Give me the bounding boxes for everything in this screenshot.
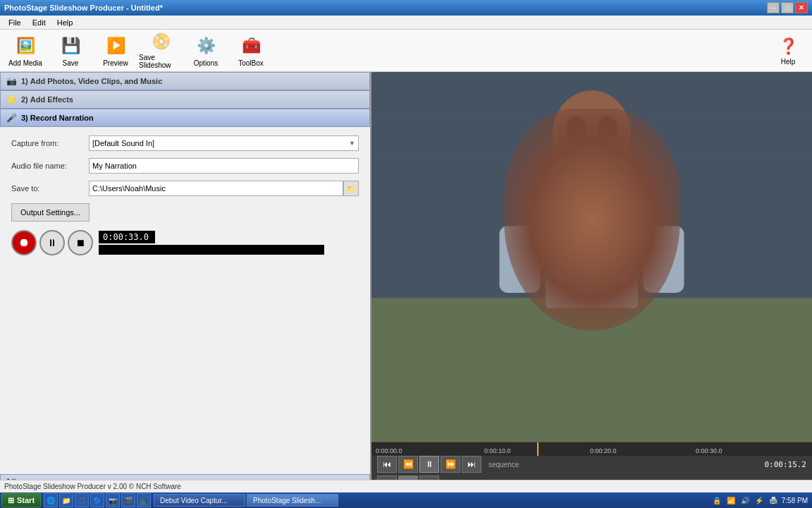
tray-icon-3: 🔊 xyxy=(739,495,751,506)
taskbar-ie-icon[interactable]: 🌐 xyxy=(44,493,58,507)
minimize-button[interactable]: ─ xyxy=(767,2,780,13)
menu-help[interactable]: Help xyxy=(51,17,79,28)
menubar: File Edit Help xyxy=(0,16,812,30)
svg-point-2 xyxy=(541,128,644,262)
sequence-label: sequence xyxy=(488,461,519,468)
timeline-marker-0: 0:00:00.0 xyxy=(376,447,402,454)
toolbox-icon: 🧰 xyxy=(240,35,262,57)
title-text: PhotoStage Slideshow Producer - Untitled… xyxy=(4,4,163,12)
step2-header[interactable]: ⭐ 2) Add Effects xyxy=(0,90,370,109)
preview-icon: ▶️ xyxy=(104,35,127,57)
save-slideshow-icon: 📀 xyxy=(149,32,172,52)
svg-rect-10 xyxy=(371,72,812,442)
windows-logo-icon: ⊞ xyxy=(8,496,14,505)
capture-from-label: Capture from: xyxy=(11,139,89,147)
browse-button[interactable]: 📁 xyxy=(343,181,359,196)
save-icon: 💾 xyxy=(59,35,82,57)
taskbar-folder-icon[interactable]: 📁 xyxy=(59,493,73,507)
status-label: PhotoStage Slideshow Producer v 2.00 © N… xyxy=(4,483,181,490)
svg-rect-11 xyxy=(371,72,812,73)
step-forward-button[interactable]: ⏩ xyxy=(441,456,460,473)
go-to-start-button[interactable]: ⏮ xyxy=(377,456,397,473)
timeline-bar: 0:00:00.0 0:00:10.0 0:00:20.0 0:00:30.0 xyxy=(371,442,812,456)
step-back-button[interactable]: ⏪ xyxy=(398,456,418,473)
restore-button[interactable]: □ xyxy=(781,2,794,13)
recording-progress-bar xyxy=(99,245,324,255)
svg-point-6 xyxy=(571,139,612,170)
close-button[interactable]: ✕ xyxy=(795,2,808,13)
pause-play-button[interactable]: ⏸ xyxy=(419,456,439,473)
taskbar-app3-icon[interactable]: 📺 xyxy=(137,493,151,507)
timeline-marker-20: 0:00:20.0 xyxy=(590,447,617,454)
svg-rect-13 xyxy=(371,154,812,155)
taskbar-chrome-icon[interactable]: 🔵 xyxy=(90,493,104,507)
tray-icon-2: 📶 xyxy=(725,495,737,506)
capture-from-row: Capture from: [Default Sound In] ▼ xyxy=(11,135,359,151)
toolbar: 🖼️ Add Media 💾 Save ▶️ Preview 📀 Save Sl… xyxy=(0,30,812,72)
tray-icon-1: 🔒 xyxy=(711,495,722,506)
capture-from-select[interactable]: [Default Sound In] ▼ xyxy=(89,135,359,151)
menu-file[interactable]: File xyxy=(3,17,27,28)
video-area xyxy=(371,72,812,442)
transport-row: ⏮ ⏪ ⏸ ⏩ ⏭ sequence 0:00:15.2 xyxy=(377,456,806,473)
taskbar-task-debut[interactable]: Debut Video Captur... xyxy=(154,494,245,507)
go-to-end-button[interactable]: ⏭ xyxy=(462,456,481,473)
step1-icon: 📷 xyxy=(6,76,17,86)
taskbar-app2-icon[interactable]: 🎬 xyxy=(121,493,135,507)
time-text: 0:00:33.0 xyxy=(99,231,155,243)
options-button[interactable]: ⚙️ Options xyxy=(183,32,228,70)
left-panel: 📷 1) Add Photos, Video Clips, and Music … xyxy=(0,72,371,492)
stop-button[interactable]: ⏹ xyxy=(68,230,93,255)
add-media-button[interactable]: 🖼️ Add Media xyxy=(3,32,48,70)
tray-icon-4: ⚡ xyxy=(753,495,765,506)
transport-time: 0:00:15.2 xyxy=(764,460,806,469)
toolbox-button[interactable]: 🧰 ToolBox xyxy=(228,32,273,70)
record-button[interactable]: ⏺ xyxy=(11,230,37,255)
video-content xyxy=(371,72,812,442)
taskbar-clock: 7:58 PM xyxy=(782,497,808,504)
tray-icon-5: 🖨️ xyxy=(768,495,779,506)
record-controls: ⏺ ⏸ ⏹ 0:00:33.0 xyxy=(11,230,359,255)
svg-point-4 xyxy=(566,116,586,141)
save-to-input[interactable] xyxy=(89,181,343,196)
taskbar-camera-icon[interactable]: 📷 xyxy=(106,493,120,507)
audio-file-label: Audio file name: xyxy=(11,162,89,170)
time-display: 0:00:33.0 xyxy=(99,231,324,255)
preview-button[interactable]: ▶️ Preview xyxy=(93,32,138,70)
titlebar: PhotoStage Slideshow Producer - Untitled… xyxy=(0,0,812,16)
audio-file-input[interactable] xyxy=(89,158,359,174)
right-panel: 0:00:00.0 0:00:10.0 0:00:20.0 0:00:30.0 … xyxy=(371,72,812,492)
taskbar-tasks: Debut Video Captur... PhotoStage Slidesh… xyxy=(154,494,711,507)
step3-icon: 🎤 xyxy=(6,113,17,123)
help-icon: ❓ xyxy=(777,35,799,58)
output-settings-button[interactable]: Output Settings... xyxy=(11,203,90,222)
menu-edit[interactable]: Edit xyxy=(27,17,51,28)
step3-header[interactable]: 🎤 3) Record Narration xyxy=(0,109,370,127)
taskbar-media-icon[interactable]: 🎵 xyxy=(75,493,89,507)
pause-button[interactable]: ⏸ xyxy=(39,230,65,255)
svg-point-5 xyxy=(597,116,617,141)
save-to-label: Save to: xyxy=(11,184,89,193)
svg-rect-7 xyxy=(546,226,638,308)
add-media-icon: 🖼️ xyxy=(14,35,37,57)
timeline-marker-30: 0:00:30.0 xyxy=(696,447,722,454)
timeline-marker-10: 0:00:10.0 xyxy=(484,447,511,454)
taskbar-tray: 🔒 📶 🔊 ⚡ 🖨️ 7:58 PM xyxy=(711,495,811,506)
main-area: 📷 1) Add Photos, Video Clips, and Music … xyxy=(0,72,812,492)
video-frame xyxy=(371,72,812,442)
step2-icon: ⭐ xyxy=(6,95,17,104)
playhead xyxy=(537,442,539,456)
start-button[interactable]: ⊞ Start xyxy=(1,493,41,507)
playback-buttons: ⏮ ⏪ ⏸ ⏩ ⏭ sequence xyxy=(377,456,519,473)
help-button[interactable]: ❓ Help xyxy=(767,32,809,70)
svg-rect-12 xyxy=(371,113,812,114)
dropdown-arrow-icon: ▼ xyxy=(349,140,355,147)
taskbar-task-photostage[interactable]: PhotoStage Slidesh... xyxy=(247,494,338,507)
audio-file-row: Audio file name: xyxy=(11,158,359,174)
step1-header[interactable]: 📷 1) Add Photos, Video Clips, and Music xyxy=(0,72,370,90)
record-narration-panel: Capture from: [Default Sound In] ▼ Audio… xyxy=(0,127,370,474)
save-slideshow-button[interactable]: 📀 Save Slideshow xyxy=(138,32,183,70)
save-button[interactable]: 💾 Save xyxy=(48,32,93,70)
taskbar: ⊞ Start 🌐 📁 🎵 🔵 📷 🎬 📺 Debut Video Captur… xyxy=(0,492,812,508)
status-bar: PhotoStage Slideshow Producer v 2.00 © N… xyxy=(0,480,812,492)
